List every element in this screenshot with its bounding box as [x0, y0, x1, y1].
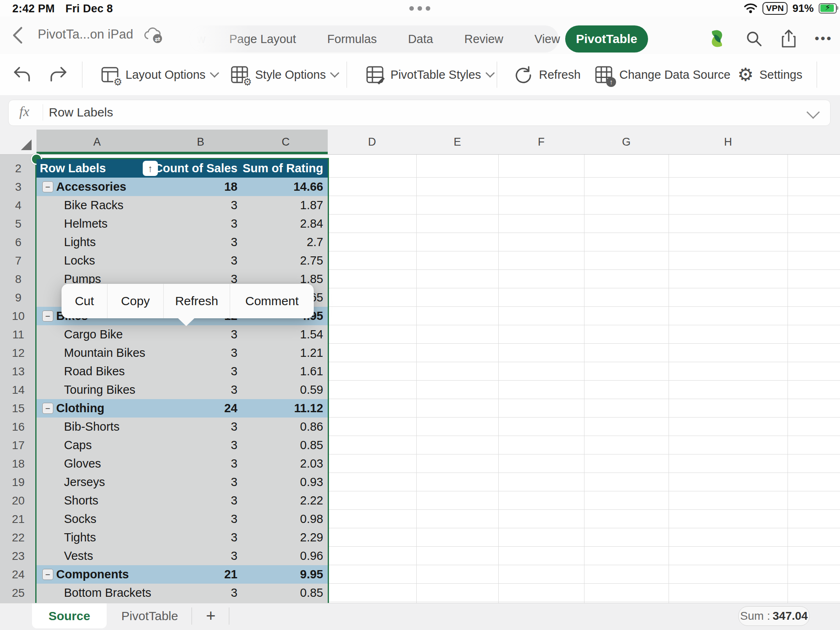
quick-sum-badge[interactable]: Sum : 347.04: [738, 606, 810, 626]
row-number-21[interactable]: 21: [0, 510, 37, 528]
row-number-20[interactable]: 20: [0, 491, 37, 510]
column-header-C[interactable]: C: [244, 130, 328, 154]
row-number-3[interactable]: 3: [0, 178, 37, 196]
pivot-table-selection[interactable]: Row Labels↑Count of SalesSum of Rating−A…: [35, 158, 329, 603]
pivot-row-shorts[interactable]: Shorts32.22: [37, 491, 328, 510]
undo-button[interactable]: [11, 54, 32, 95]
row-number-17[interactable]: 17: [0, 436, 37, 454]
share-icon[interactable]: [780, 29, 797, 48]
column-header-H[interactable]: H: [669, 130, 788, 154]
row-number-10[interactable]: 10: [0, 307, 37, 325]
formula-bar-expand-chevron-icon[interactable]: [806, 105, 820, 119]
row-number-8[interactable]: 8: [0, 270, 37, 288]
document-title[interactable]: PivotTa...on iPad: [38, 27, 133, 42]
count-of-sales-value: 3: [131, 215, 237, 233]
pivot-row-bottom-brackets[interactable]: Bottom Brackets30.85: [37, 584, 328, 602]
add-sheet-button[interactable]: +: [200, 603, 222, 628]
ribbon-tab-formulas[interactable]: Formulas: [312, 32, 393, 46]
context-menu-item-cut[interactable]: Cut: [62, 284, 107, 318]
pivot-row-clothing[interactable]: −Clothing2411.12: [37, 399, 328, 418]
row-number-6[interactable]: 6: [0, 233, 37, 251]
pivot-row-accessories[interactable]: −Accessories1814.66: [37, 178, 328, 196]
pivot-row-helmets[interactable]: Helmets32.84: [37, 215, 328, 233]
sheet-tab-source-active[interactable]: Source: [32, 603, 107, 628]
row-number-19[interactable]: 19: [0, 473, 37, 491]
sheet-tab-pivottable[interactable]: PivotTable: [115, 603, 185, 628]
clock-and-date: 2:42 PMFri Dec 8: [12, 2, 113, 15]
sum-of-rating-value: 1.54: [237, 325, 323, 344]
pivot-row-lights[interactable]: Lights32.7: [37, 233, 328, 251]
multitasking-dots-icon[interactable]: [409, 6, 430, 11]
pivot-row-gloves[interactable]: Gloves32.03: [37, 454, 328, 473]
pivot-row-touring-bikes[interactable]: Touring Bikes30.59: [37, 381, 328, 399]
column-header-A[interactable]: A: [37, 130, 158, 154]
more-options-icon[interactable]: •••: [815, 32, 833, 46]
layout-options-button[interactable]: ⚙ Layout Options: [100, 54, 218, 95]
row-number-5[interactable]: 5: [0, 215, 37, 233]
search-icon[interactable]: [745, 30, 763, 48]
formula-bar-value[interactable]: Row Labels: [49, 105, 113, 119]
pivot-header-row[interactable]: Row Labels↑Count of SalesSum of Rating: [37, 159, 328, 178]
ribbon-tab-data[interactable]: Data: [393, 32, 449, 46]
row-number-13[interactable]: 13: [0, 362, 37, 381]
row-number-23[interactable]: 23: [0, 547, 37, 565]
collapse-group-icon[interactable]: −: [42, 569, 53, 580]
pivot-row-label: Touring Bikes: [64, 381, 135, 399]
column-header-D[interactable]: D: [328, 130, 416, 154]
pivot-row-components[interactable]: −Components219.95: [37, 565, 328, 584]
pivot-row-tights[interactable]: Tights32.29: [37, 528, 328, 547]
back-button[interactable]: [9, 25, 27, 45]
row-number-4[interactable]: 4: [0, 196, 37, 215]
row-number-25[interactable]: 25: [0, 584, 37, 602]
change-data-source-button[interactable]: ↑ Change Data Source: [594, 54, 730, 95]
collapse-group-icon[interactable]: −: [42, 310, 53, 322]
row-number-18[interactable]: 18: [0, 454, 37, 473]
context-menu-item-comment[interactable]: Comment: [230, 284, 314, 318]
pivot-row-socks[interactable]: Socks30.98: [37, 510, 328, 528]
row-number-12[interactable]: 12: [0, 344, 37, 362]
sum-value: 347.04: [773, 609, 808, 623]
pivot-row-locks[interactable]: Locks32.75: [37, 251, 328, 270]
pivot-row-vests[interactable]: Vests30.96: [37, 547, 328, 565]
collapse-group-icon[interactable]: −: [42, 181, 53, 192]
gear-badge-icon: ⚙: [113, 77, 122, 87]
pivot-row-cargo-bike[interactable]: Cargo Bike31.54: [37, 325, 328, 344]
collapse-group-icon[interactable]: −: [42, 403, 53, 414]
column-header-G[interactable]: G: [584, 130, 669, 154]
row-number-11[interactable]: 11: [0, 325, 37, 344]
row-labels-header: Row Labels: [40, 159, 106, 178]
redo-button[interactable]: [48, 54, 69, 95]
row-number-15[interactable]: 15: [0, 399, 37, 418]
select-all-corner[interactable]: [0, 130, 37, 155]
row-number-24[interactable]: 24: [0, 565, 37, 584]
pivottable-styles-button[interactable]: PivotTable Styles: [365, 54, 493, 95]
refresh-button[interactable]: Refresh: [514, 54, 581, 95]
settings-button[interactable]: ⚙ Settings: [737, 54, 802, 95]
count-of-sales-header: Count of Sales: [131, 159, 237, 178]
row-number-2[interactable]: 2: [0, 159, 37, 178]
row-number-14[interactable]: 14: [0, 381, 37, 399]
row-number-22[interactable]: 22: [0, 528, 37, 547]
ribbon-tab-pivottable-active[interactable]: PivotTable: [565, 25, 648, 52]
sum-of-rating-value: 14.66: [237, 178, 323, 196]
copilot-icon[interactable]: [706, 28, 728, 49]
pivot-row-caps[interactable]: Caps30.85: [37, 436, 328, 454]
row-number-16[interactable]: 16: [0, 418, 37, 436]
row-number-7[interactable]: 7: [0, 251, 37, 270]
battery-percent: 91%: [792, 2, 814, 15]
pivot-row-road-bikes[interactable]: Road Bikes31.61: [37, 362, 328, 381]
pivot-row-mountain-bikes[interactable]: Mountain Bikes31.21: [37, 344, 328, 362]
style-options-button[interactable]: ⚙ Style Options: [230, 54, 338, 95]
column-header-B[interactable]: B: [158, 130, 244, 154]
row-number-9[interactable]: 9: [0, 288, 37, 307]
context-menu-item-copy[interactable]: Copy: [107, 284, 163, 318]
pivot-row-jerseys[interactable]: Jerseys30.93: [37, 473, 328, 491]
context-menu-item-refresh[interactable]: Refresh: [164, 284, 230, 318]
ribbon-tab-review[interactable]: Review: [449, 32, 519, 46]
pivot-row-bib-shorts[interactable]: Bib-Shorts30.86: [37, 418, 328, 436]
status-time: 2:42 PM: [12, 2, 55, 15]
pivot-row-bike-racks[interactable]: Bike Racks31.87: [37, 196, 328, 215]
column-header-E[interactable]: E: [416, 130, 498, 154]
column-header-F[interactable]: F: [498, 130, 584, 154]
formula-bar[interactable]: fx Row Labels: [8, 100, 831, 126]
